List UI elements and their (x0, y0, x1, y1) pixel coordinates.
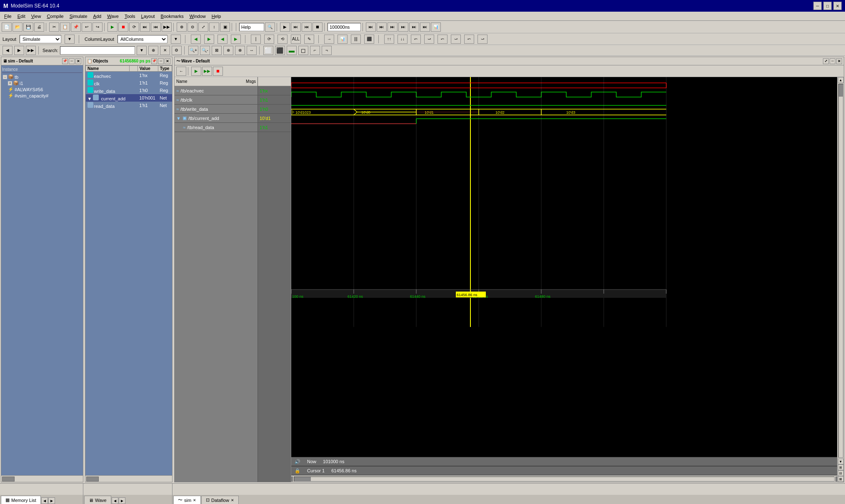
expand-current-add-wave-icon[interactable]: ▼ (176, 116, 181, 121)
layout-btn17[interactable]: ⤻ (424, 35, 434, 44)
layout-btn3[interactable]: ◀ (218, 35, 228, 44)
menu-edit[interactable]: Edit (15, 13, 28, 20)
wave-shape-4[interactable]: ◻ (298, 46, 308, 55)
layout-btn8[interactable]: ALL (291, 35, 301, 44)
stop-button[interactable]: ⏹ (118, 22, 128, 32)
sim-more-1[interactable]: ⏭ (366, 22, 376, 32)
column-layout-dropdown[interactable]: ▼ (171, 35, 181, 44)
objects-tab-scroll-right[interactable]: ▶ (119, 497, 125, 504)
layout-btn11[interactable]: 📊 (338, 35, 348, 44)
layout-btn18[interactable]: ⤺ (438, 35, 448, 44)
table-row[interactable]: clk 1'h1 Reg (86, 79, 172, 87)
wave-panel-expand[interactable]: ⤢ (823, 58, 829, 64)
run-button[interactable]: ▶ (108, 22, 118, 32)
sim-back-button[interactable]: ⏮ (302, 22, 312, 32)
layout-btn7[interactable]: ⟲ (278, 35, 288, 44)
menu-file[interactable]: File (2, 13, 14, 20)
layout-btn21[interactable]: ⤻ (478, 35, 488, 44)
layout-btn12[interactable]: ||| (351, 35, 361, 44)
sim-more-3[interactable]: ⏭ (388, 22, 398, 32)
layout-btn2[interactable]: ▶ (204, 35, 214, 44)
tab-wave[interactable]: 〜 sim ✕ (173, 496, 201, 504)
zoom-ctrl-3[interactable]: ⊠ (838, 476, 844, 482)
menu-bookmarks[interactable]: Bookmarks (158, 13, 186, 20)
wave-zoom-out[interactable]: ⊖ (188, 22, 198, 32)
search-input[interactable] (60, 46, 135, 55)
open-button[interactable]: 📂 (12, 22, 22, 32)
layout-btn20[interactable]: ⤺ (464, 35, 474, 44)
layout-btn14[interactable]: ↑↑ (384, 35, 394, 44)
sim-hscrollbar[interactable] (1, 475, 83, 482)
copy-button[interactable]: 📋 (60, 22, 70, 32)
column-layout-select[interactable]: AllColumns (118, 35, 168, 43)
step-button[interactable]: ⏭ (140, 22, 150, 32)
tab-dataflow[interactable]: ⊡ Dataflow ✕ (201, 496, 239, 504)
expand-i1[interactable]: + (8, 81, 12, 85)
signal-row-eachvec[interactable]: ≈ /tb/eachvec (175, 86, 258, 95)
layout-btn9[interactable]: ✎ (304, 35, 314, 44)
help-go-button[interactable]: 🔍 (265, 22, 275, 32)
tab-scroll-right[interactable]: ▶ (48, 497, 55, 504)
tree-item-i1[interactable]: + 📦 i1 (2, 80, 82, 86)
table-row[interactable]: eachvec 1'hx Reg (86, 72, 172, 80)
col-type[interactable]: Type (158, 66, 172, 72)
tab-scroll-left[interactable]: ◀ (41, 497, 48, 504)
tree-item-vsim-capacity[interactable]: ⚡ #vsim_capacity# (2, 92, 82, 99)
sim-panel-pin[interactable]: 📌 (62, 58, 68, 64)
search-clear-btn[interactable]: ✕ (160, 46, 170, 55)
objects-panel-min[interactable]: ─ (158, 58, 164, 64)
sim-panel-min[interactable]: ─ (69, 58, 75, 64)
zoom-ctrl-2[interactable]: ⊟ (838, 470, 844, 476)
wave-full[interactable]: ⤢ (198, 22, 208, 32)
undo-button[interactable]: ↩ (82, 22, 92, 32)
sim-step-button[interactable]: ⏭ (291, 22, 301, 32)
wave-tb-btn3[interactable]: ▶▶ (202, 67, 212, 76)
help-input[interactable]: Help (239, 23, 264, 31)
wave-panel-close[interactable]: ✕ (836, 58, 842, 64)
wave-shape-5[interactable]: ⌐ (310, 46, 320, 55)
zoom-cursor-btn[interactable]: ⊗ (235, 46, 245, 55)
sim-panel-close[interactable]: ✕ (75, 58, 81, 64)
sim-stop-button[interactable]: ⏹ (312, 22, 322, 32)
table-row[interactable]: write_data 1'h0 Reg (86, 87, 172, 94)
minimize-button[interactable]: ─ (813, 2, 822, 10)
zoom-in2-btn[interactable]: ⊕ (223, 46, 233, 55)
sim-more-5[interactable]: ⏭ (409, 22, 419, 32)
zoom-ctrl-1[interactable]: ⊞ (838, 464, 844, 470)
search-go-btn[interactable]: ⊕ (148, 46, 158, 55)
tab-memory-list[interactable]: ▦ Memory List (1, 496, 41, 504)
menu-simulate[interactable]: Simulate (67, 13, 90, 20)
zoom-full-btn[interactable]: ⊠ (212, 46, 222, 55)
wave-hscrollbar[interactable] (291, 475, 837, 482)
wave-panel-pin[interactable]: ─ (830, 58, 835, 64)
layout-select[interactable]: Simulate Debug (20, 35, 61, 43)
layout-btn6[interactable]: ⟳ (264, 35, 274, 44)
cut-button[interactable]: ✂ (49, 22, 59, 32)
layout-btn19[interactable]: ⤻ (451, 35, 461, 44)
tree-item-always56[interactable]: ⚡ #ALWAYS#56 (2, 86, 82, 92)
layout-btn4[interactable]: ▶ (231, 35, 241, 44)
menu-window[interactable]: Window (187, 13, 208, 20)
col-value[interactable]: Value (138, 66, 158, 72)
table-row[interactable]: ▼ current_add 10'h001 Net (86, 94, 172, 102)
menu-layout[interactable]: Layout (139, 13, 158, 20)
zoom-in-btn[interactable]: 🔍+ (188, 46, 198, 55)
search-settings-btn[interactable]: ⚙ (172, 46, 182, 55)
step-out-button[interactable]: ⏮ (151, 22, 161, 32)
save-button[interactable]: 💾 (23, 22, 33, 32)
menu-help[interactable]: Help (209, 13, 224, 20)
objects-hscrollbar[interactable] (85, 475, 172, 482)
signal-row-current-add[interactable]: ▼ ▣ /tb/current_add (175, 114, 258, 123)
search-prev-btn[interactable]: ◀ (2, 46, 12, 55)
paste-button[interactable]: 📌 (71, 22, 81, 32)
maximize-button[interactable]: □ (823, 2, 832, 10)
dataflow-tab-close[interactable]: ✕ (231, 498, 234, 502)
layout-btn13[interactable]: ⬛ (364, 35, 374, 44)
search-more-btn[interactable]: ▶▶ (26, 46, 36, 55)
restart-button[interactable]: ⟳ (129, 22, 139, 32)
wave-tb-btn1[interactable]: ← (176, 67, 186, 76)
layout-btn10[interactable]: → (324, 35, 334, 44)
search-next-btn[interactable]: ▶ (14, 46, 24, 55)
wave-vscrollbar[interactable]: ▲ ▼ ⊞ ⊟ ⊠ (837, 77, 844, 482)
wave-shape-6[interactable]: ¬ (322, 46, 332, 55)
